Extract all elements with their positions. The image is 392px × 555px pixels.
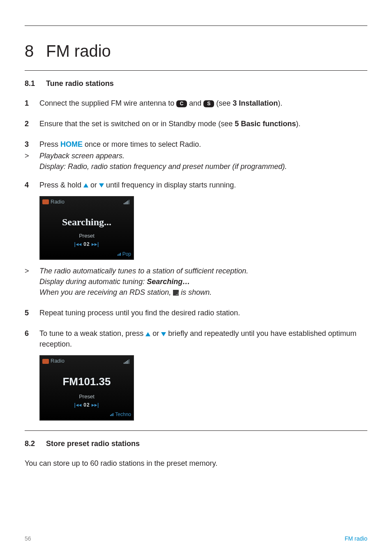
down-arrow-icon (161, 332, 166, 336)
step-3-result: > Playback screen appears. Display: Radi… (25, 150, 367, 172)
step-6: 6 To tune to a weak station, press or br… (25, 328, 367, 349)
lcd-preset-nav: |◂◂ 02 ▸▸| (40, 241, 134, 250)
radio-chip-icon (42, 359, 49, 364)
result-line: Playback screen appears. (39, 150, 367, 161)
searching-label: Searching… (147, 278, 190, 286)
text: or (150, 329, 161, 338)
text: Ensure that the set is switched on or in… (39, 120, 235, 128)
radio-lcd-searching: Radio Searching... Preset |◂◂ 02 ▸▸| Pop (39, 196, 134, 260)
step-body: Connect the supplied FM wire antenna to … (39, 98, 367, 109)
text: When you are receiving an RDS station, (39, 288, 173, 296)
up-arrow-icon (145, 332, 150, 336)
next-icon: ▸▸ (92, 402, 97, 408)
result-marker: > (25, 266, 39, 298)
lcd-preset-label: Preset (40, 232, 134, 241)
lcd-mode-label: Radio (51, 198, 65, 206)
result-line: Display during automatic tuning: Searchi… (39, 276, 367, 287)
result-body: Playback screen appears. Display: Radio,… (39, 150, 367, 172)
result-body: The radio automatically tunes to a stati… (39, 266, 367, 298)
section-8-2-body: You can store up to 60 radio stations in… (25, 458, 367, 469)
radio-chip-icon (42, 199, 49, 204)
lcd-main-text: Searching... (40, 207, 134, 233)
text: Connect the supplied FM wire antenna to (39, 99, 176, 107)
chapter-heading: 8 FM radio (25, 39, 367, 63)
c-pill-icon: C (176, 100, 187, 107)
text: and (189, 99, 203, 107)
text: or (88, 181, 99, 189)
chapter-rule (25, 70, 367, 71)
up-arrow-icon (83, 183, 88, 187)
page-footer: 56 FM radio (25, 534, 367, 543)
step-1: 1 Connect the supplied FM wire antenna t… (25, 98, 367, 109)
lcd-preset-nav: |◂◂ 02 ▸▸| (40, 402, 134, 411)
prev-icon: ◂◂ (76, 402, 82, 408)
lcd-preset-label: Preset (40, 393, 134, 402)
step-4: 4 Press & hold or until frequency in dis… (25, 180, 367, 190)
section-8-1-heading: 8.1 Tune radio stations (25, 78, 367, 89)
step-body: To tune to a weak station, press or brie… (39, 328, 367, 349)
step-body: Ensure that the set is switched on or in… (39, 118, 367, 129)
result-line: When you are receiving an RDS station, i… (39, 287, 367, 298)
text: is shown. (179, 288, 212, 296)
lcd-mode-label: Radio (51, 357, 65, 365)
result-line: The radio automatically tunes to a stati… (39, 266, 367, 276)
home-button-label: HOME (60, 140, 83, 148)
step-body: Press HOME once or more times to select … (39, 139, 367, 150)
preset-number: 02 (83, 241, 90, 247)
lcd-footer: Pop (40, 251, 134, 259)
lcd-genre: Techno (115, 412, 131, 417)
step-body: Repeat tuning process until you find the… (39, 308, 367, 318)
step-number: 3 (25, 139, 39, 150)
down-arrow-icon (99, 183, 104, 187)
ref-installation: 3 Installation (233, 99, 278, 107)
eq-bars-icon (110, 413, 114, 416)
eq-bars-icon (118, 252, 122, 256)
lcd-status-bar: Radio (40, 197, 134, 207)
lcd-genre: Pop (122, 251, 131, 257)
step-3: 3 Press HOME once or more times to selec… (25, 139, 367, 150)
chapter-title: FM radio (46, 39, 111, 63)
top-rule (25, 25, 367, 26)
text: Press & hold (39, 181, 83, 189)
lcd-status-bar: Radio (40, 356, 134, 366)
text: ). (296, 120, 300, 128)
step-2: 2 Ensure that the set is switched on or … (25, 118, 367, 129)
text: once or more times to select Radio. (83, 140, 201, 148)
signal-icon (124, 199, 131, 204)
section-number: 8.2 (25, 438, 46, 449)
lcd-footer: Techno (40, 411, 134, 420)
signal-icon (124, 359, 131, 364)
result-line: Display: Radio, radio station frequency … (39, 161, 367, 172)
radio-lcd-frequency: Radio FM101.35 Preset |◂◂ 02 ▸▸| Techno (39, 355, 134, 420)
preset-number: 02 (83, 402, 90, 408)
text: (see (216, 99, 233, 107)
text: Press (39, 140, 60, 148)
result-marker: > (25, 150, 39, 172)
lcd-main-text: FM101.35 (40, 366, 134, 393)
section-rule (25, 430, 367, 431)
step-number: 6 (25, 328, 39, 349)
ref-basic-functions: 5 Basic functions (235, 120, 296, 128)
text: To tune to a weak station, press (39, 329, 145, 338)
section-title: Tune radio stations (46, 78, 114, 89)
next-icon: ▸▸ (92, 241, 97, 247)
auto-tune-result: > The radio automatically tunes to a sta… (25, 266, 367, 298)
text: Display during automatic tuning: (39, 278, 147, 286)
step-number: 2 (25, 118, 39, 129)
section-number: 8.1 (25, 78, 46, 89)
section-title: Store preset radio stations (46, 438, 140, 449)
prev-icon: ◂◂ (76, 241, 82, 247)
s-pill-icon: S (203, 100, 214, 107)
footer-section: FM radio (345, 534, 367, 543)
step-body: Press & hold or until frequency in displ… (39, 180, 367, 190)
page-number: 56 (25, 534, 31, 543)
text: until frequency in display starts runnin… (104, 181, 236, 189)
step-5: 5 Repeat tuning process until you find t… (25, 308, 367, 318)
section-8-2-heading: 8.2 Store preset radio stations (25, 438, 367, 449)
step-number: 1 (25, 98, 39, 109)
text: ). (278, 99, 282, 107)
chapter-number: 8 (25, 39, 46, 63)
step-number: 5 (25, 308, 39, 318)
step-number: 4 (25, 180, 39, 190)
rds-icon (173, 290, 179, 296)
